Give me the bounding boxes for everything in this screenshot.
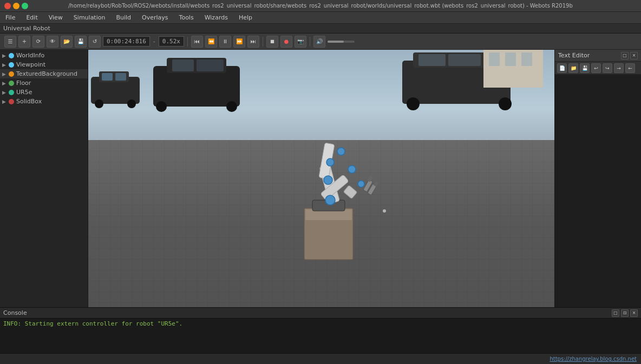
toolbar-stop-btn[interactable]: ⏹ — [266, 36, 278, 48]
svg-point-15 — [499, 97, 512, 110]
svg-rect-19 — [489, 52, 500, 66]
floor-arrow: ▶ — [2, 81, 9, 86]
svg-point-14 — [407, 97, 420, 110]
toolbar-toggle-btn[interactable]: ☰ — [4, 36, 16, 48]
time-separator: - — [152, 38, 156, 45]
viewpoint-dot — [9, 62, 14, 68]
scene-tree-panel: ▶ WorldInfo ▶ Viewpoint ▶ TexturedBackgr… — [0, 50, 88, 307]
ur5e-dot — [9, 90, 14, 95]
toolbar-volume-btn[interactable]: 🔊 — [313, 36, 325, 48]
svg-point-40 — [383, 209, 386, 213]
robot-title-bar: Universal Robot — [0, 24, 641, 34]
sidebar-item-worldinfo[interactable]: ▶ WorldInfo — [0, 51, 88, 60]
svg-point-31 — [324, 176, 332, 184]
textured-bg-dot — [9, 71, 14, 77]
ur5e-arrow: ▶ — [2, 90, 9, 95]
toolbar-view-btn[interactable]: 👁 — [47, 36, 58, 48]
textured-bg-arrow: ▶ — [2, 71, 9, 77]
viewpoint-arrow: ▶ — [2, 62, 9, 68]
3d-viewport[interactable] — [88, 50, 554, 307]
te-unindent-btn[interactable]: ← — [625, 63, 635, 73]
worldinfo-dot — [9, 53, 14, 58]
sidebar-item-solidbox[interactable]: ▶ SolidBox — [0, 97, 88, 106]
toolbar-screenshot-btn[interactable]: 📷 — [295, 36, 306, 48]
window-close-btn[interactable] — [4, 3, 11, 9]
svg-rect-10 — [172, 59, 194, 71]
window-maximize-btn[interactable] — [22, 3, 28, 9]
te-new-btn[interactable]: 📄 — [557, 63, 567, 73]
toolbar-open-btn[interactable]: ⟳ — [32, 36, 44, 48]
robot-arm — [261, 122, 413, 262]
toolbar-sep-1 — [187, 37, 188, 47]
text-editor-expand-btn[interactable]: □ — [621, 52, 629, 59]
menu-file[interactable]: File — [3, 13, 17, 22]
toolbar-step-forward-btn[interactable]: ⏩ — [233, 36, 245, 48]
window-minimize-btn[interactable] — [13, 3, 19, 9]
menu-view[interactable]: View — [47, 13, 65, 22]
svg-point-35 — [358, 181, 364, 187]
volume-slider[interactable] — [328, 41, 355, 43]
window-title: /home/relaybot/RobTool/ROS2/webots/insta… — [37, 3, 604, 9]
svg-point-8 — [156, 101, 167, 112]
toolbar-rewind-start-btn[interactable]: ⏮ — [191, 36, 203, 48]
sidebar-item-textured-background[interactable]: ▶ TexturedBackground — [0, 69, 88, 78]
toolbar-sep-2 — [263, 37, 263, 47]
menu-edit[interactable]: Edit — [24, 13, 40, 22]
toolbar-reload-btn[interactable]: ↺ — [89, 36, 101, 48]
toolbar-sep-3 — [310, 37, 310, 47]
solidbox-arrow: ▶ — [2, 99, 9, 104]
toolbar-add-btn[interactable]: + — [18, 36, 30, 48]
svg-rect-20 — [505, 52, 516, 66]
speed-display: 0.52x — [159, 36, 184, 47]
menu-help[interactable]: Help — [237, 13, 254, 22]
toolbar-record-btn[interactable]: ● — [280, 36, 292, 48]
solidbox-label: SolidBox — [16, 98, 42, 105]
viewpoint-label: Viewpoint — [16, 61, 45, 68]
sidebar-item-viewpoint[interactable]: ▶ Viewpoint — [0, 60, 88, 69]
menu-build[interactable]: Build — [114, 13, 133, 22]
te-redo-btn[interactable]: ↪ — [603, 63, 612, 73]
menu-simulation[interactable]: Simulation — [71, 13, 108, 22]
console-message: INFO: Starting extern controller for rob… — [3, 320, 182, 327]
toolbar-save-btn[interactable]: 💾 — [75, 36, 87, 48]
solidbox-dot — [9, 99, 14, 104]
toolbar-open2-btn[interactable]: 📂 — [61, 36, 73, 48]
text-editor-panel: Text Editor □ × 📄 📁 💾 ↩ ↪ → ← — [554, 50, 641, 307]
status-bar: https://zhangrelay.blog.csdn.net — [0, 353, 641, 364]
menu-tools[interactable]: Tools — [177, 13, 196, 22]
svg-rect-17 — [448, 54, 481, 66]
console-expand-btn[interactable]: □ — [612, 309, 619, 317]
console-float-btn[interactable]: ⊡ — [621, 309, 629, 317]
svg-point-34 — [348, 166, 356, 173]
content-area: ▶ WorldInfo ▶ Viewpoint ▶ TexturedBackgr… — [0, 50, 641, 364]
menu-wizards[interactable]: Wizards — [202, 13, 230, 22]
toolbar-fast-forward-btn[interactable]: ⏭ — [247, 36, 259, 48]
toolbar-step-back-btn[interactable]: ⏪ — [205, 36, 217, 48]
toolbar-pause-btn[interactable]: ⏸ — [219, 36, 231, 48]
ur5e-label: UR5e — [16, 89, 32, 96]
main-toolbar: ☰ + ⟳ 👁 📂 💾 ↺ 0:00:24:816 - 0.52x ⏮ ⏪ ⏸ … — [0, 34, 641, 50]
text-editor-content-area — [555, 75, 641, 307]
worldinfo-label: WorldInfo — [16, 52, 44, 59]
svg-rect-21 — [521, 52, 532, 66]
text-editor-toolbar: 📄 📁 💾 ↩ ↪ → ← — [555, 62, 641, 75]
svg-point-32 — [326, 158, 334, 166]
text-editor-title: Text Editor — [558, 52, 590, 59]
time-display: 0:00:24:816 — [103, 36, 150, 47]
sidebar-item-floor[interactable]: ▶ Floor — [0, 78, 88, 88]
console-panel: Console □ ⊡ × INFO: Starting extern cont… — [0, 307, 641, 353]
menu-overlays[interactable]: Overlays — [140, 13, 171, 22]
te-save-btn[interactable]: 💾 — [580, 63, 590, 73]
worldinfo-arrow: ▶ — [2, 53, 9, 58]
title-bar: /home/relaybot/RobTool/ROS2/webots/insta… — [0, 0, 641, 12]
svg-rect-29 — [343, 186, 357, 199]
text-editor-close-btn[interactable]: × — [630, 52, 638, 59]
te-indent-btn[interactable]: → — [614, 63, 624, 73]
floor-label: Floor — [16, 80, 31, 87]
console-title: Console — [3, 309, 27, 316]
console-close-btn[interactable]: × — [630, 309, 638, 317]
te-undo-btn[interactable]: ↩ — [591, 63, 601, 73]
sidebar-item-ur5e[interactable]: ▶ UR5e — [0, 88, 88, 97]
svg-rect-11 — [197, 59, 224, 71]
te-open-btn[interactable]: 📁 — [568, 63, 578, 73]
